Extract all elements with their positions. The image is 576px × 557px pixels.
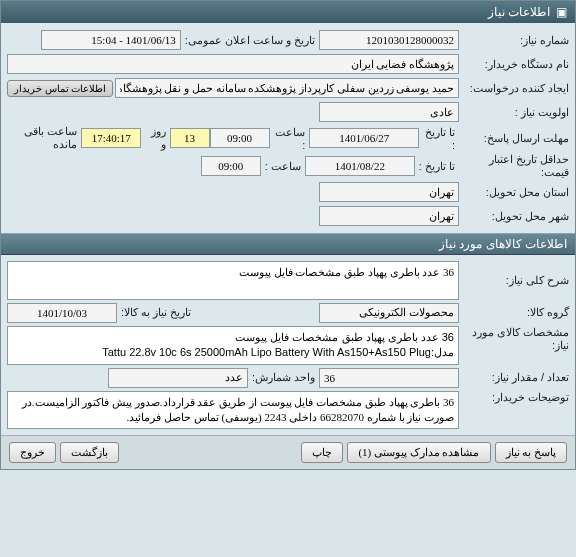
unit-label: واحد شمارش:: [248, 371, 319, 384]
window-title: اطلاعات نیاز: [488, 5, 550, 19]
at-time-label-2: ساعت :: [261, 160, 305, 173]
goods-group-field: [319, 303, 459, 323]
reply-to-time-field: [210, 128, 270, 148]
need-date-label: تاریخ نیاز به کالا:: [117, 306, 195, 319]
unit-field: [108, 368, 248, 388]
titlebar: ▣ اطلاعات نیاز: [1, 1, 575, 23]
need-no-label: شماره نیاز:: [459, 34, 569, 47]
goods-spec-line2: مدل:Tattu 22.8v 10c 6s 25000mAh Lipo Bat…: [12, 345, 454, 360]
delivery-city-label: شهر محل تحویل:: [459, 210, 569, 223]
need-date-field: [7, 303, 117, 323]
items-content: شرح کلی نیاز: گروه کالا: تاریخ نیاز به ک…: [1, 255, 575, 435]
hours-remain-label: ساعت باقی مانده: [7, 125, 77, 151]
need-desc-field: [7, 261, 459, 300]
price-to-date-field: [305, 156, 415, 176]
price-to-time-field: [201, 156, 261, 176]
price-validity-label: حداقل تاریخ اعتبار قیمت:: [459, 153, 569, 179]
at-time-label-1: ساعت :: [270, 126, 310, 151]
buyer-notes-field: [7, 391, 459, 430]
exit-button[interactable]: خروج: [9, 442, 56, 463]
announce-dt-field: [41, 30, 181, 50]
qty-field: [319, 368, 459, 388]
buyer-org-label: نام دستگاه خریدار:: [459, 58, 569, 71]
footer: پاسخ به نیاز مشاهده مدارک پیوستی (1) چاپ…: [1, 435, 575, 469]
goods-spec-label: مشخصات کالای مورد نیاز:: [459, 326, 569, 352]
delivery-province-label: استان محل تحویل:: [459, 186, 569, 199]
info-icon: ▣: [556, 5, 567, 19]
need-items-header: اطلاعات کالاهای مورد نیاز: [1, 233, 575, 255]
reply-button[interactable]: پاسخ به نیاز: [495, 442, 568, 463]
print-button[interactable]: چاپ: [301, 442, 343, 463]
buyer-org-field: [7, 54, 459, 74]
goods-group-label: گروه کالا:: [459, 306, 569, 319]
delivery-province-field: [319, 182, 459, 202]
qty-label: تعداد / مقدار نیاز:: [459, 371, 569, 384]
remain-time-field: [81, 128, 141, 148]
request-creator-label: ایجاد کننده درخواست:: [459, 82, 569, 95]
to-date-label-2: تا تاریخ :: [415, 160, 459, 173]
remain-days-field: [170, 128, 210, 148]
to-date-label-1: تا تاریخ :: [419, 126, 459, 151]
goods-spec-line1: 36 عدد باطری پهپاد طبق مشخصات فایل پیوست: [12, 330, 454, 345]
announce-dt-label: تاریخ و ساعت اعلان عمومی:: [181, 34, 319, 47]
need-desc-label: شرح کلی نیاز:: [459, 274, 569, 287]
need-info-window: ▣ اطلاعات نیاز شماره نیاز: تاریخ و ساعت …: [0, 0, 576, 470]
reply-to-date-field: [309, 128, 419, 148]
request-creator-field: [115, 78, 459, 98]
attachments-button[interactable]: مشاهده مدارک پیوستی (1): [347, 442, 490, 463]
need-no-field: [319, 30, 459, 50]
reply-deadline-label: مهلت ارسال پاسخ:: [459, 132, 569, 145]
delivery-city-field: [319, 206, 459, 226]
priority-field: [319, 102, 459, 122]
back-button[interactable]: بازگشت: [60, 442, 119, 463]
day-and-label: روز و: [141, 125, 169, 151]
priority-label: اولویت نیاز :: [459, 106, 569, 119]
contact-info-button[interactable]: اطلاعات تماس خریدار: [7, 80, 113, 97]
buyer-notes-label: توضیحات خریدار:: [459, 391, 569, 404]
goods-spec-field: 36 عدد باطری پهپاد طبق مشخصات فایل پیوست…: [7, 326, 459, 365]
main-content: شماره نیاز: تاریخ و ساعت اعلان عمومی: نا…: [1, 23, 575, 233]
